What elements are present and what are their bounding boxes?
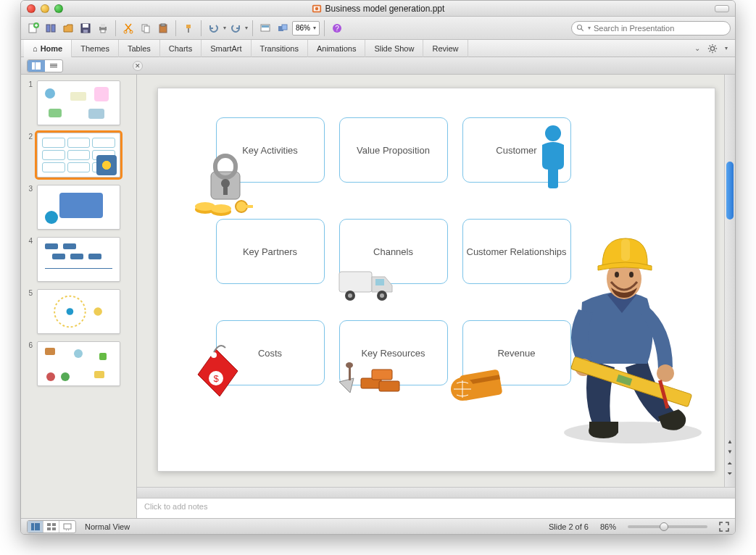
zoom-slider[interactable] — [628, 525, 707, 528]
scrollbar-thumb[interactable] — [726, 162, 734, 220]
window-title-text: Business model generation.ppt — [325, 4, 445, 14]
collapse-ribbon-button[interactable]: ⌄ — [694, 44, 700, 52]
copy-button[interactable] — [138, 20, 154, 36]
svg-point-69 — [615, 272, 619, 278]
svg-point-44 — [545, 125, 561, 141]
tab-smartart[interactable]: SmartArt — [202, 40, 251, 57]
tab-charts[interactable]: Charts — [160, 40, 202, 57]
new-button[interactable] — [25, 20, 41, 36]
svg-rect-55 — [372, 370, 392, 380]
tab-label: Transitions — [260, 44, 299, 53]
card-label: Channels — [373, 246, 413, 257]
close-window-button[interactable] — [27, 4, 36, 13]
zoom-value: 86% — [296, 24, 310, 32]
sorter-view-button[interactable] — [43, 521, 59, 533]
svg-rect-12 — [101, 30, 105, 33]
zoom-window-button[interactable] — [54, 4, 63, 13]
template-button[interactable] — [43, 20, 59, 36]
slide-thumbnail-2[interactable] — [37, 133, 120, 178]
card-label: Revenue — [497, 348, 535, 359]
slide[interactable]: Key Activities Value Proposition Custome… — [157, 88, 715, 472]
prev-slide-icon[interactable]: ⏶ — [727, 460, 733, 467]
thumb-num: 1 — [25, 80, 33, 88]
tab-slideshow[interactable]: Slide Show — [365, 40, 423, 57]
slide-thumbnail-1[interactable] — [37, 80, 120, 125]
close-panel-button[interactable]: ✕ — [133, 61, 143, 71]
lock-coins-icon — [191, 150, 256, 219]
thumbnail-grid-button[interactable] — [28, 60, 45, 72]
svg-point-70 — [629, 272, 634, 278]
slide-thumbnail-5[interactable] — [37, 289, 120, 334]
tab-review[interactable]: Review — [423, 40, 468, 57]
slideshow-view-button[interactable] — [59, 521, 75, 533]
search-input[interactable] — [594, 24, 726, 33]
toolbar-toggle-button[interactable] — [715, 5, 729, 12]
tab-transitions[interactable]: Transitions — [252, 40, 308, 57]
svg-text:?: ? — [335, 25, 339, 33]
person-icon — [535, 125, 571, 190]
help-button[interactable]: ? — [329, 20, 345, 36]
svg-rect-77 — [52, 527, 56, 530]
thumb-num: 4 — [25, 237, 33, 245]
scroll-up-icon[interactable]: ▲ — [727, 438, 733, 445]
outline-button[interactable] — [45, 60, 62, 72]
tab-label: SmartArt — [210, 44, 241, 53]
minimize-window-button[interactable] — [41, 4, 49, 13]
slideshow-button[interactable] — [257, 20, 273, 36]
open-button[interactable] — [60, 20, 76, 36]
tab-label: Animations — [317, 44, 356, 53]
svg-text:$: $ — [213, 373, 219, 384]
gear-icon[interactable] — [707, 43, 718, 54]
tab-home[interactable]: ⌂Home — [24, 40, 72, 57]
panel-header: ✕ — [21, 57, 735, 75]
thumb-num: 3 — [25, 185, 33, 193]
vertical-scrollbar[interactable]: ▲ ▼ ⏶ ⏷ — [724, 75, 735, 487]
slide-indicator: Slide 2 of 6 — [549, 522, 589, 531]
tab-themes[interactable]: Themes — [72, 40, 119, 57]
view-mode-label: Normal View — [85, 522, 130, 531]
paste-button[interactable] — [155, 20, 171, 36]
fit-to-window-button[interactable] — [719, 522, 729, 532]
format-painter-button[interactable] — [180, 20, 196, 36]
redo-dropdown-icon[interactable]: ▾ — [245, 25, 248, 31]
search-field[interactable]: ▾ — [571, 21, 731, 36]
slide-thumbnail-3[interactable] — [37, 185, 120, 230]
svg-point-32 — [67, 308, 74, 315]
construction-worker-icon — [539, 215, 716, 447]
credit-card-globe-icon — [448, 364, 506, 407]
slide-thumbnails[interactable]: 1 2 3 4 — [21, 75, 137, 518]
save-button[interactable] — [78, 20, 94, 36]
slide-thumbnail-6[interactable] — [37, 341, 120, 386]
scroll-down-icon[interactable]: ▼ — [727, 448, 733, 455]
svg-point-48 — [348, 293, 352, 298]
titlebar: Business model generation.ppt — [21, 1, 735, 17]
card-key-partners[interactable]: Key Partners — [216, 219, 325, 284]
tab-animations[interactable]: Animations — [308, 40, 365, 57]
notes-pane[interactable]: Click to add notes — [137, 498, 735, 518]
undo-dropdown-icon[interactable]: ▾ — [223, 25, 226, 31]
card-value-proposition[interactable]: Value Proposition — [339, 117, 448, 183]
svg-rect-56 — [379, 381, 399, 391]
svg-rect-0 — [312, 4, 320, 12]
arrange-button[interactable] — [275, 20, 291, 36]
normal-view-button[interactable] — [28, 521, 43, 533]
card-label: Customer — [496, 145, 536, 156]
svg-rect-19 — [186, 25, 191, 28]
slides-pane-icon — [32, 62, 41, 70]
redo-button[interactable] — [228, 20, 244, 36]
next-slide-icon[interactable]: ⏷ — [727, 470, 733, 477]
print-button[interactable] — [95, 20, 111, 36]
svg-rect-16 — [144, 26, 149, 33]
tab-tables[interactable]: Tables — [119, 40, 160, 57]
svg-rect-41 — [223, 186, 228, 195]
search-icon — [576, 24, 585, 33]
undo-button[interactable] — [206, 20, 222, 36]
slide-thumbnail-4[interactable] — [37, 237, 120, 282]
thumbnail-view-toggle — [27, 59, 63, 72]
horizontal-scrollbar[interactable] — [137, 487, 735, 498]
zoom-combobox[interactable]: 86% ▾ — [292, 21, 320, 36]
svg-rect-30 — [36, 62, 41, 70]
svg-point-50 — [380, 293, 384, 298]
svg-point-28 — [710, 46, 714, 50]
cut-button[interactable] — [120, 20, 136, 36]
